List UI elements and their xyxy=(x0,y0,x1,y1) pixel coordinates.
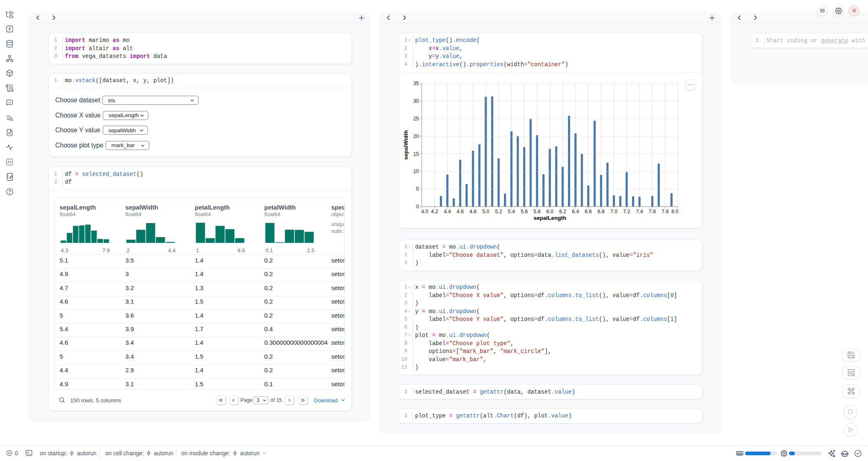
svg-text:5.6: 5.6 xyxy=(521,209,528,214)
svg-text:4.6: 4.6 xyxy=(457,209,464,214)
svg-text:5: 5 xyxy=(416,186,419,192)
svg-text:sepalLength: sepalLength xyxy=(533,215,566,221)
svg-text:6.6: 6.6 xyxy=(585,209,592,214)
svg-text:6.8: 6.8 xyxy=(598,209,605,214)
svg-text:4.2: 4.2 xyxy=(431,209,438,214)
svg-text:5.8: 5.8 xyxy=(533,209,540,214)
svg-text:4.0: 4.0 xyxy=(421,209,428,214)
svg-text:5.2: 5.2 xyxy=(495,209,502,214)
svg-text:6.2: 6.2 xyxy=(559,209,566,214)
svg-text:25: 25 xyxy=(413,116,419,122)
svg-text:4.8: 4.8 xyxy=(469,209,476,214)
svg-text:5.4: 5.4 xyxy=(508,209,515,214)
svg-text:6.4: 6.4 xyxy=(572,209,579,214)
svg-text:4.4: 4.4 xyxy=(444,209,451,214)
svg-text:6.0: 6.0 xyxy=(546,209,553,214)
svg-text:7.0: 7.0 xyxy=(610,209,617,214)
svg-text:35: 35 xyxy=(413,81,419,86)
svg-text:10: 10 xyxy=(413,168,419,174)
svg-text:sepalWidth: sepalWidth xyxy=(403,130,409,160)
svg-text:5.0: 5.0 xyxy=(482,209,489,214)
svg-text:7.6: 7.6 xyxy=(649,209,656,214)
svg-text:7.2: 7.2 xyxy=(623,209,630,214)
svg-text:7.8: 7.8 xyxy=(662,209,669,214)
svg-text:20: 20 xyxy=(413,134,419,139)
svg-text:15: 15 xyxy=(413,151,419,157)
svg-text:0: 0 xyxy=(416,204,419,210)
svg-text:8.0: 8.0 xyxy=(672,209,679,214)
svg-text:30: 30 xyxy=(413,98,419,104)
svg-text:7.4: 7.4 xyxy=(636,209,643,214)
